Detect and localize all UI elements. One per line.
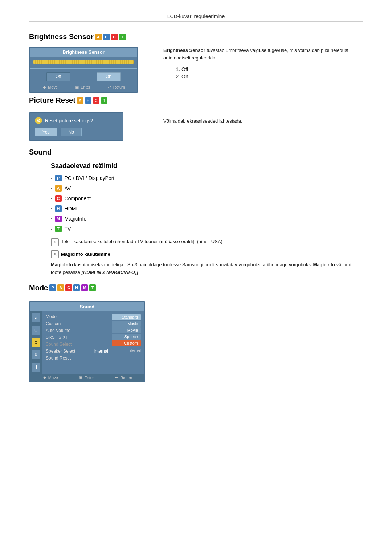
list-item-off: Off xyxy=(181,66,363,72)
sound-option-custom[interactable]: Custom xyxy=(112,340,141,346)
sound-option-movie[interactable]: Movie xyxy=(112,327,141,333)
magicinfo-heading: ✎ MagicInfo kasutamine xyxy=(51,250,363,258)
brightness-text-col: Brightness Sensor tuvastab ümbritseva va… xyxy=(163,47,363,93)
picture-reset-description: Võimaldab ekraaniseaded lähtestada. xyxy=(163,118,363,125)
mode-text-col xyxy=(163,298,363,382)
brightness-progress-row xyxy=(30,59,137,67)
move-icon: ◆ xyxy=(42,85,47,90)
sound-row-mode: Mode xyxy=(46,314,108,319)
badge-c2: C xyxy=(55,195,62,202)
brightness-progress-bar xyxy=(33,60,134,64)
enter-icon: ▣ xyxy=(74,85,79,90)
brightness-list: Off On xyxy=(163,66,363,79)
badge-t2: T xyxy=(55,226,62,232)
sound-icon-3: ⊙ xyxy=(32,338,40,347)
pr-badge-a: A xyxy=(77,97,83,104)
picture-reset-layout: ⚙ Reset picture settings? Yes No Võimald… xyxy=(29,110,363,141)
mode-badge-m: M xyxy=(81,284,88,291)
sound-mode-magicinfo: • M MagicInfo xyxy=(51,216,363,222)
brightness-sensor-section: Brightness Sensor A H C T Brightness Sen… xyxy=(29,33,363,93)
mode-badge-t: T xyxy=(89,284,96,291)
picture-reset-yes-button[interactable]: Yes xyxy=(35,128,57,136)
sound-icon-1: ♫ xyxy=(32,313,40,322)
sound-option-music[interactable]: Music xyxy=(112,321,141,327)
sound-mode-component: • C Component xyxy=(51,195,363,202)
sound-enter-icon: ▣ xyxy=(78,375,83,380)
sound-row-custom: Custom xyxy=(46,321,108,326)
badge-h: H xyxy=(103,34,110,40)
footer-move: ◆ Move xyxy=(42,85,58,90)
brightness-on-option[interactable]: On xyxy=(97,72,121,81)
pr-badge-h: H xyxy=(85,97,91,104)
mode-heading: Mode P A C H M T xyxy=(29,284,363,292)
return-icon: ↩ xyxy=(107,85,112,90)
magicinfo-icon: ✎ xyxy=(51,250,59,258)
sound-icon-4: ⚙ xyxy=(32,350,40,359)
picture-reset-image-col: ⚙ Reset picture settings? Yes No xyxy=(29,110,152,141)
brightness-menu-mockup: Brightness Sensor Off On ◆ Move xyxy=(29,47,138,93)
sound-menu-content: Mode Custom Auto Volume SR xyxy=(46,314,141,362)
mode-badge-h: H xyxy=(73,284,80,291)
sound-note-text: Teleri kasutamiseks tuleb ühendada TV-tu… xyxy=(61,238,222,245)
sound-sub-heading: Saadaolevad režiimid xyxy=(51,162,363,170)
picture-reset-dialog-buttons: Yes No xyxy=(35,128,118,136)
sound-menu-icons: ♫ ⊡ ⊙ ⚙ ▐ xyxy=(30,311,42,374)
footer-enter: ▣ Enter xyxy=(74,85,90,90)
list-item-on: On xyxy=(181,74,363,79)
sound-row-speakerselect: Speaker Select Internal xyxy=(46,349,108,354)
badge-c: C xyxy=(111,34,118,40)
brightness-menu-footer: ◆ Move ▣ Enter ↩ Return xyxy=(30,83,137,92)
gear-icon: ⚙ xyxy=(35,117,42,124)
mode-badge-p: P xyxy=(49,284,56,291)
sound-row-srs: SRS TS XT xyxy=(46,335,108,340)
magicinfo-text: MagicInfo kasutamiseks mudeliga TSn-3 pa… xyxy=(51,261,363,276)
badge-a2: A xyxy=(55,185,62,192)
brightness-menu-title: Brightness Sensor xyxy=(30,48,137,57)
sound-move-icon: ◆ xyxy=(42,375,47,380)
sound-row-soundselect: Sound Select xyxy=(46,342,108,347)
brightness-options-row: Off On xyxy=(30,70,137,83)
sound-menu-items: Mode Custom Auto Volume SR xyxy=(42,311,144,374)
badge-t: T xyxy=(119,34,126,40)
sound-row-soundreset: Sound Reset xyxy=(46,356,108,361)
badge-m: M xyxy=(55,216,62,222)
footer-return: ↩ Return xyxy=(107,85,125,90)
picture-reset-no-button[interactable]: No xyxy=(61,128,82,136)
sound-menu-title: Sound xyxy=(30,302,144,311)
sound-mode-av: • A AV xyxy=(51,185,363,192)
brightness-off-option[interactable]: Off xyxy=(46,72,70,81)
brightness-sensor-heading: Brightness Sensor A H C T xyxy=(29,33,363,41)
sound-modes-list: • P PC / DVI / DisplayPort • A AV • C Co… xyxy=(51,175,363,232)
badge-a: A xyxy=(95,34,102,40)
sound-options-list: Standard Music Movie Speech Custom · Int… xyxy=(112,314,141,362)
sound-footer-enter: ▣ Enter xyxy=(78,375,94,380)
picture-reset-heading: Picture Reset A H C T xyxy=(29,96,363,104)
sound-menu-body: ♫ ⊡ ⊙ ⚙ ▐ Mode xyxy=(30,311,144,374)
picture-reset-text-col: Võimaldab ekraaniseaded lähtestada. xyxy=(163,110,363,141)
pr-badge-t: T xyxy=(101,97,107,104)
sound-mode-tv: • T TV xyxy=(51,226,363,232)
top-divider xyxy=(29,11,363,11)
sound-footer-move: ◆ Move xyxy=(42,375,58,380)
sound-note: ✎ Teleri kasutamiseks tuleb ühendada TV-… xyxy=(51,238,363,246)
sound-mode-hdmi: • H HDMI xyxy=(51,205,363,212)
sound-mode-pc: • P PC / DVI / DisplayPort xyxy=(51,175,363,181)
badge-h2: H xyxy=(55,205,62,212)
sound-row-autovolume: Auto Volume xyxy=(46,328,108,333)
sound-icon-5: ▐ xyxy=(32,363,40,372)
picture-reset-dialog-header: ⚙ Reset picture settings? xyxy=(35,117,118,124)
picture-reset-section: Picture Reset A H C T ⚙ Reset picture se… xyxy=(29,96,363,141)
sound-speaker-internal: · Internal xyxy=(112,348,141,353)
sound-footer-return: ↩ Return xyxy=(114,375,132,380)
sound-option-speech[interactable]: Speech xyxy=(112,334,141,340)
sound-return-icon: ↩ xyxy=(114,375,119,380)
sound-menu-labels: Mode Custom Auto Volume SR xyxy=(46,314,108,362)
page-title: LCD-kuvari reguleerimine xyxy=(29,13,363,19)
sound-section: Sound Saadaolevad režiimid • P PC / DVI … xyxy=(29,148,363,276)
badge-p: P xyxy=(55,175,62,181)
brightness-description: Brightness Sensor tuvastab ümbritseva va… xyxy=(163,47,363,62)
mode-badge-a: A xyxy=(57,284,64,291)
sound-option-standard[interactable]: Standard xyxy=(112,314,141,320)
menu-divider xyxy=(30,68,137,69)
brightness-image-col: Brightness Sensor Off On ◆ Move xyxy=(29,47,152,93)
